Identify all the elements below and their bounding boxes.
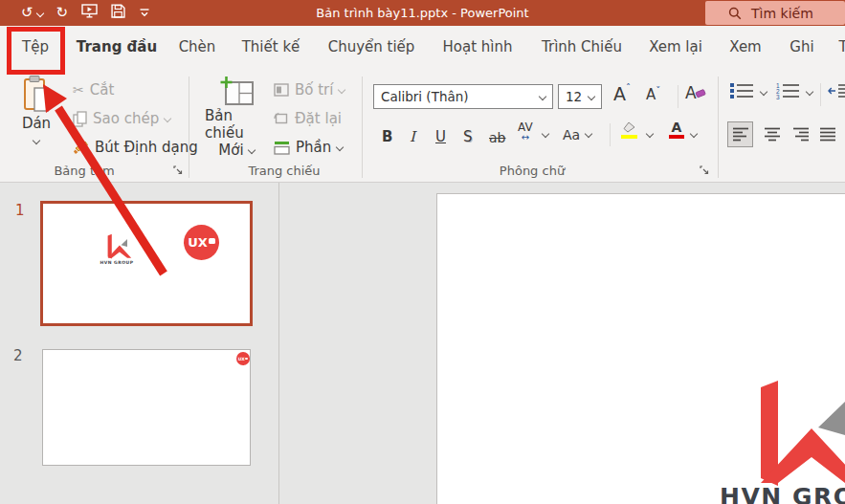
new-slide-button[interactable]: Bản chiếu Mới	[205, 75, 268, 159]
quick-access-toolbar: ↺ ↻	[21, 0, 150, 26]
bold-glyph: B	[382, 128, 392, 145]
underline-button[interactable]: U	[435, 122, 446, 149]
increase-font-letter: A	[613, 83, 626, 104]
hvn-logo-mark-icon	[99, 232, 135, 260]
bold-button[interactable]: B	[382, 122, 392, 149]
cut-scissors-icon: ✂	[73, 82, 84, 98]
font-name-combo[interactable]: Calibri (Thân)	[373, 84, 553, 109]
italic-button[interactable]: I	[410, 122, 415, 149]
tab-slideshow[interactable]: Trình Chiếu	[542, 26, 622, 68]
align-center-button[interactable]	[759, 121, 785, 147]
slide-2-ux-badge-tag	[245, 358, 248, 361]
paste-button[interactable]: Dán	[11, 75, 61, 143]
section-button[interactable]: Phần	[274, 135, 343, 160]
change-case-glyph: Aa	[563, 127, 580, 142]
slide-1-number: 1	[15, 202, 25, 219]
ux-logo-tag	[209, 238, 215, 244]
font-color-button[interactable]: A	[669, 121, 684, 139]
change-case-dropdown-icon[interactable]	[585, 130, 592, 138]
tab-transitions[interactable]: Chuyển tiếp	[328, 26, 415, 68]
decrease-font-button[interactable]: Aˇ	[646, 86, 660, 103]
strikethrough-button[interactable]: ab	[489, 122, 505, 149]
layout-dropdown-icon[interactable]	[338, 86, 345, 94]
paste-clipboard-icon	[22, 75, 51, 115]
font-size-dropdown-icon[interactable]	[588, 93, 595, 100]
section-label: Phần	[296, 139, 331, 156]
decrease-indent-button[interactable]	[827, 83, 845, 102]
bullets-icon	[729, 81, 754, 99]
tab-record[interactable]: Ghi	[789, 26, 813, 68]
new-slide-label-line1: Bản chiếu	[205, 107, 268, 142]
numbering-dropdown-icon[interactable]	[806, 88, 813, 96]
customize-qat-button[interactable]	[139, 4, 150, 22]
highlight-pen-icon	[620, 121, 637, 134]
slide-2-ux-badge: UX	[236, 352, 250, 365]
search-box[interactable]: Tìm kiếm	[705, 1, 845, 25]
align-right-button[interactable]	[788, 121, 813, 147]
tab-insert[interactable]: Chèn	[179, 26, 216, 68]
slide-1-thumbnail[interactable]: HVN GROUP UX	[40, 201, 253, 326]
redo-button[interactable]: ↻	[56, 6, 69, 20]
format-painter-icon	[73, 140, 89, 155]
highlight-dropdown-icon[interactable]	[646, 130, 654, 138]
tab-view[interactable]: Xem	[729, 26, 761, 68]
tab-review[interactable]: Xem lại	[649, 26, 702, 68]
underline-glyph: U	[435, 128, 446, 145]
save-icon	[111, 4, 125, 18]
copy-button[interactable]: Sao chép	[73, 106, 170, 131]
char-spacing-button[interactable]: AV ↔	[518, 121, 533, 142]
paste-label: Dán	[22, 115, 51, 132]
search-label: Tìm kiếm	[751, 6, 813, 21]
paste-dropdown-icon[interactable]	[33, 137, 40, 144]
section-dropdown-icon[interactable]	[336, 143, 344, 151]
copy-dropdown-icon[interactable]	[164, 115, 171, 122]
undo-button[interactable]: ↺	[21, 6, 43, 20]
increase-font-button[interactable]: Aˆ	[613, 83, 631, 104]
decrease-font-caret-icon: ˇ	[656, 86, 660, 97]
change-case-button[interactable]: Aa	[563, 127, 580, 142]
font-size-value: 12	[566, 89, 582, 104]
hvn-logo-large-icon	[737, 375, 845, 492]
tab-help[interactable]: T	[838, 26, 845, 68]
tab-design[interactable]: Thiết kế	[242, 26, 300, 68]
mini-divider	[678, 85, 678, 108]
cut-button[interactable]: ✂ Cắt	[73, 77, 114, 102]
font-name-value: Calibri (Thân)	[381, 89, 469, 104]
bullets-button[interactable]	[729, 81, 754, 103]
mini-divider	[820, 83, 821, 106]
ux-logo-label: UX	[188, 235, 208, 250]
slideshow-button[interactable]	[81, 4, 98, 22]
font-name-dropdown-icon[interactable]	[539, 93, 546, 100]
font-color-dropdown-icon[interactable]	[690, 130, 698, 138]
new-slide-dropdown-icon[interactable]	[247, 146, 255, 154]
new-slide-label-line2: Mới	[218, 142, 243, 159]
format-painter-button[interactable]: Bút Định dạng	[73, 135, 198, 160]
ux-logo: UX	[184, 225, 219, 260]
clear-formatting-button[interactable]: A	[685, 83, 706, 102]
clipboard-dialog-launcher-icon[interactable]	[173, 165, 184, 176]
layout-button[interactable]: Bố trí	[274, 77, 345, 102]
customize-qat-icon	[139, 9, 150, 18]
eraser-icon	[695, 88, 706, 99]
slide-2-ux-badge-label: UX	[238, 357, 245, 362]
highlight-color-bar	[621, 135, 637, 139]
font-dialog-launcher-icon[interactable]	[700, 165, 710, 176]
undo-dropdown-icon[interactable]	[35, 9, 43, 16]
tab-home[interactable]: Trang đầu	[77, 26, 157, 68]
reset-label: Đặt lại	[295, 110, 342, 127]
decrease-indent-icon	[827, 83, 845, 99]
save-button[interactable]	[111, 4, 125, 22]
numbering-button[interactable]: 123	[775, 81, 800, 103]
reset-button[interactable]: Đặt lại	[274, 106, 342, 131]
text-shadow-button[interactable]: S	[463, 122, 473, 149]
cut-label: Cắt	[90, 81, 115, 99]
slide-2-thumbnail[interactable]: UX	[42, 349, 251, 466]
font-size-combo[interactable]: 12	[558, 84, 602, 109]
bullets-dropdown-icon[interactable]	[760, 88, 767, 96]
char-spacing-dropdown-icon[interactable]	[542, 130, 549, 138]
highlight-color-button[interactable]	[620, 121, 637, 139]
copy-icon	[73, 111, 87, 127]
align-justify-button[interactable]	[814, 121, 840, 147]
align-left-button[interactable]	[727, 121, 753, 147]
tab-animations[interactable]: Hoạt hình	[443, 26, 513, 68]
